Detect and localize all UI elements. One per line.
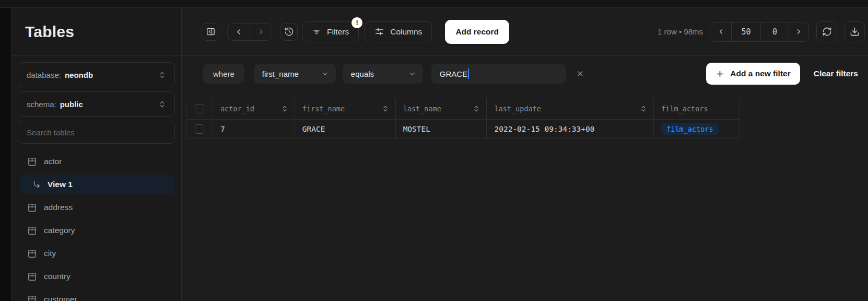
column-header-label: first_name [302, 105, 345, 113]
chevron-down-icon [408, 70, 416, 78]
filter-column-value: first_name [262, 70, 299, 78]
collapse-sidebar-button[interactable] [202, 23, 219, 41]
forward-button[interactable] [250, 24, 272, 40]
chevrons-up-down-icon [158, 71, 166, 79]
back-button[interactable] [228, 24, 250, 40]
where-chip: where [203, 64, 244, 84]
download-icon [850, 27, 860, 37]
sort-chevrons-icon[interactable] [382, 105, 389, 112]
chevron-down-icon [321, 70, 329, 78]
cell-actor-id[interactable]: 7 [213, 120, 295, 139]
sidebar-body: database: neondb schema: public [11, 56, 181, 301]
database-select[interactable]: database: neondb [18, 62, 175, 87]
filter-bar-actions: Add a new filter Clear filters [706, 63, 858, 85]
filter-bar: where first_name equals GRACE [182, 56, 868, 85]
cell-first-name[interactable]: GRACE [295, 120, 396, 139]
data-grid: actor_id first_name last_name [186, 98, 740, 139]
next-page-button[interactable] [789, 22, 808, 41]
remove-filter-button[interactable] [576, 70, 584, 78]
row-checkbox[interactable] [195, 124, 204, 134]
refresh-button[interactable] [816, 21, 837, 42]
search-tables-input[interactable] [18, 121, 175, 144]
film-actors-relation-link[interactable]: film_actors [661, 123, 718, 135]
cell-last-update[interactable]: 2022-02-15 09:34:33+00 [487, 120, 654, 139]
filters-button[interactable]: Filters ! [302, 21, 359, 42]
chevron-right-icon [257, 28, 265, 36]
filter-column-select[interactable]: first_name [254, 64, 336, 84]
sidebar-item-city[interactable]: city [18, 242, 175, 265]
sidebar-item-label: address [44, 203, 73, 212]
filters-alert-badge: ! [351, 17, 362, 28]
sidebar-item-country[interactable]: country [18, 265, 175, 288]
columns-button-label: Columns [390, 27, 422, 37]
filters-button-label: Filters [327, 27, 349, 37]
cell-last-name[interactable]: MOSTEL [396, 120, 487, 139]
page-title: Tables [25, 23, 74, 41]
table-row[interactable]: 7 GRACE MOSTEL 2022-02-15 09:34:33+00 fi… [186, 120, 740, 139]
sidebar-item-category[interactable]: category [18, 219, 175, 242]
query-history-button[interactable] [280, 23, 298, 41]
sidebar-item-customer[interactable]: customer [18, 288, 175, 301]
text-cursor [468, 68, 469, 79]
result-status-text: 1 row • 98ms [658, 27, 703, 36]
table-icon [27, 226, 37, 236]
column-header-label: last_update [494, 105, 541, 113]
sliders-icon [374, 27, 384, 37]
sidebar-item-view-1[interactable]: View 1 [20, 175, 175, 194]
previous-page-button[interactable] [710, 22, 731, 41]
chevron-right-icon [795, 28, 803, 36]
columns-button[interactable]: Columns [365, 21, 432, 42]
panel-left-collapse-icon [206, 27, 216, 37]
database-select-value: neondb [65, 71, 93, 79]
main-panel: Filters ! Columns Add record 1 row • 98m… [182, 8, 868, 301]
column-header-label: actor_id [220, 105, 254, 113]
filter-value-input[interactable]: GRACE [431, 64, 566, 84]
window-top-strip [0, 0, 868, 8]
add-record-button[interactable]: Add record [445, 20, 509, 44]
chevron-left-icon [717, 28, 725, 36]
page-offset-input[interactable]: 0 [760, 22, 789, 41]
toolbar: Filters ! Columns Add record 1 row • 98m… [182, 8, 868, 56]
sidebar-item-label: city [44, 249, 56, 258]
header-checkbox-cell [186, 98, 213, 120]
sidebar-item-label: actor [44, 157, 62, 166]
select-all-checkbox[interactable] [195, 104, 204, 113]
cell-film-actors: film_actors [654, 120, 740, 139]
schema-select[interactable]: schema: public [18, 91, 175, 117]
column-header-first-name[interactable]: first_name [295, 98, 396, 120]
page-size-input[interactable]: 50 [731, 22, 760, 41]
filter-lines-icon [312, 27, 321, 37]
column-header-label: last_name [403, 105, 441, 113]
sidebar-item-label: customer [44, 295, 77, 301]
table-list: actor View 1 address [18, 150, 175, 301]
table-icon [27, 157, 37, 167]
sort-chevrons-icon[interactable] [281, 105, 288, 112]
sidebar-item-address[interactable]: address [18, 196, 175, 219]
sidebar-item-actor[interactable]: actor [18, 150, 175, 173]
pagination-group: 50 0 [710, 22, 809, 42]
clear-filters-button[interactable]: Clear filters [814, 69, 858, 78]
column-header-last-name[interactable]: last_name [396, 98, 487, 120]
table-icon [27, 272, 37, 282]
table-icon [27, 295, 37, 301]
sort-chevrons-icon[interactable] [473, 105, 480, 112]
filter-value-text: GRACE [440, 70, 467, 78]
sidebar-header: Tables [11, 8, 181, 56]
sidebar-item-label: View 1 [48, 180, 73, 189]
page-size-value: 50 [741, 27, 750, 37]
column-header-last-update[interactable]: last_update [487, 98, 654, 120]
toolbar-right-cluster: 1 row • 98ms 50 0 [658, 21, 865, 42]
table-header-row: actor_id first_name last_name [186, 98, 740, 120]
history-clock-icon [284, 27, 294, 37]
column-header-film-actors[interactable]: film_actors [654, 98, 740, 120]
app-root: Tables database: neondb schema: public [0, 8, 868, 301]
add-new-filter-button[interactable]: Add a new filter [706, 63, 800, 85]
column-header-actor-id[interactable]: actor_id [213, 98, 295, 120]
filter-operator-select[interactable]: equals [343, 64, 423, 84]
branch-arrow-icon [31, 180, 41, 190]
sidebar-item-label: country [44, 272, 71, 281]
export-download-button[interactable] [844, 21, 865, 42]
history-nav-group [227, 23, 272, 41]
sort-chevrons-icon[interactable] [640, 105, 647, 112]
column-header-label: film_actors [661, 105, 708, 113]
